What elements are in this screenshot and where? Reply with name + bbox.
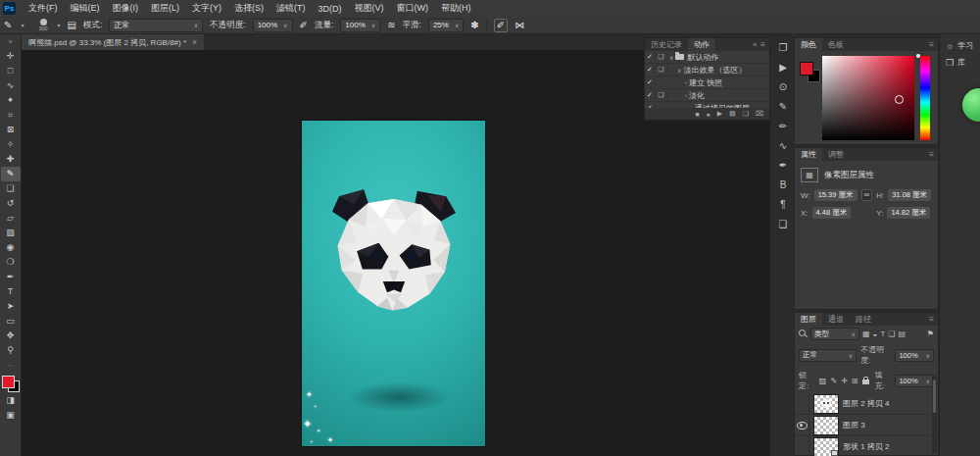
toggle-item-icon[interactable]: ✓ — [645, 66, 656, 74]
brush-settings-icon[interactable]: ✎ — [774, 99, 792, 113]
saturation-brightness-field[interactable] — [822, 56, 914, 140]
lock-paint-icon[interactable]: ✎ — [830, 377, 837, 385]
expand-icon[interactable]: ∨ — [669, 54, 673, 61]
layer-thumbnail[interactable] — [814, 395, 838, 413]
tool-presets-icon[interactable]: ✏ — [774, 119, 792, 132]
filter-pixel-icon[interactable]: ▦ — [862, 329, 870, 338]
visibility-toggle[interactable] — [795, 436, 809, 456]
menu-select[interactable]: 选择(S) — [234, 2, 264, 15]
color-swatches[interactable] — [2, 376, 20, 392]
width-field[interactable]: 15.39 厘米 — [814, 189, 858, 201]
libraries-panel-item[interactable]: ❒ 库 — [940, 51, 980, 68]
menu-type[interactable]: 文字(Y) — [192, 2, 221, 15]
visibility-toggle[interactable] — [795, 415, 809, 435]
toggle-item-icon[interactable]: ✓ — [645, 53, 656, 61]
lock-transparency-icon[interactable]: ▨ — [819, 377, 827, 385]
play-button[interactable]: ▶ — [717, 110, 722, 118]
paths-icon[interactable]: ∿ — [774, 138, 792, 152]
panel-menu-icon[interactable]: ≡ — [929, 40, 934, 49]
layer-row[interactable]: 图层 2 拷贝 4 — [795, 393, 938, 415]
history-brush-tool[interactable]: ↺ — [1, 196, 21, 211]
y-field[interactable]: 14.82 厘米 — [887, 207, 930, 219]
tab-paths[interactable]: 路径 — [850, 313, 877, 326]
brush-preset-caret-icon[interactable]: ▾ — [21, 22, 24, 28]
menu-view[interactable]: 视图(V) — [355, 2, 384, 15]
paragraph-panel-icon[interactable]: ¶ — [774, 197, 792, 211]
airbrush-icon[interactable]: ≋ — [387, 21, 395, 30]
layer-blend-mode-select[interactable]: 正常∨ — [799, 349, 857, 362]
foreground-color-swatch[interactable] — [2, 376, 15, 388]
expand-icon[interactable]: › — [685, 79, 687, 85]
height-field[interactable]: 31.08 厘米 — [888, 189, 931, 201]
character-panel-icon[interactable]: B — [774, 177, 792, 191]
menu-filter[interactable]: 滤镜(T) — [276, 2, 306, 15]
panel-menu-icon[interactable]: ≡ — [929, 150, 934, 159]
action-row[interactable]: ✓ ❏ ∨ 默认动作 — [645, 51, 769, 64]
dialog-toggle-icon[interactable]: ❏ — [656, 53, 667, 61]
filter-adjustment-icon[interactable]: ◒ — [873, 329, 878, 338]
move-tool[interactable]: ✛ — [1, 49, 21, 64]
x-field[interactable]: 4.48 厘米 — [812, 207, 852, 219]
type-tool[interactable]: T — [1, 284, 21, 299]
edit-toolbar-icon[interactable]: ⋯ — [1, 358, 21, 373]
zoom-tool[interactable]: ⚲ — [1, 343, 21, 358]
panel-color-swatches[interactable] — [800, 62, 821, 83]
timeline-icon[interactable]: ❑ — [774, 217, 792, 230]
tab-actions[interactable]: 动作 — [688, 38, 715, 51]
filter-smart-object-icon[interactable]: ▤ — [898, 329, 906, 338]
close-document-icon[interactable]: × — [192, 37, 197, 47]
hand-tool[interactable]: ✥ — [1, 329, 21, 343]
collapse-panel-icon[interactable]: « — [753, 40, 757, 49]
pressure-opacity-icon[interactable]: ✐ — [300, 21, 308, 30]
toggle-item-icon[interactable]: ✓ — [645, 91, 656, 99]
blur-tool[interactable]: ◉ — [1, 240, 21, 255]
layer-thumbnail[interactable] — [814, 417, 838, 434]
action-row[interactable]: ✓ ❏ ∨ 淡出效果（选区） — [645, 64, 769, 76]
lock-artboard-icon[interactable]: ⊞ — [852, 377, 858, 385]
quick-mask-icon[interactable]: ◨ — [1, 393, 21, 408]
path-selection-tool[interactable]: ➤ — [1, 299, 21, 314]
eyedropper-tool[interactable]: ✧ — [1, 137, 21, 152]
action-row[interactable]: ✓ › 建立 快照 — [645, 76, 769, 89]
pen-pressure-size-icon[interactable]: ✐ — [494, 19, 508, 32]
pen-tool[interactable]: ✒ — [1, 270, 21, 284]
layer-fill-select[interactable]: 100%∨ — [895, 375, 934, 387]
tab-adjustments[interactable]: 调整 — [822, 148, 850, 161]
frame-tool[interactable]: ⊠ — [1, 123, 21, 137]
document-canvas[interactable]: ✦ ✦ ✦ ✦ ✦ ✦ — [302, 121, 485, 446]
layer-row[interactable]: 图层 3 — [795, 415, 938, 436]
healing-brush-tool[interactable]: ✚ — [1, 152, 21, 167]
smoothing-gear-icon[interactable]: ✽ — [470, 21, 478, 30]
layer-opacity-select[interactable]: 100%∨ — [895, 349, 934, 362]
learn-panel-item[interactable]: ☼ 学习 — [940, 34, 980, 51]
menu-help[interactable]: 帮助(H) — [441, 2, 471, 15]
toggle-item-icon[interactable]: ✓ — [645, 78, 656, 86]
filter-kind-select[interactable]: 类型∨ — [810, 328, 859, 340]
menu-edit[interactable]: 编辑(E) — [71, 2, 100, 15]
actions-icon[interactable]: ▶ — [774, 60, 792, 74]
expand-icon[interactable]: › — [685, 92, 687, 98]
lock-position-icon[interactable]: ✛ — [841, 377, 848, 385]
quick-selection-tool[interactable]: ✦ — [1, 93, 21, 108]
dodge-tool[interactable]: ❍ — [1, 255, 21, 270]
glyphs-icon[interactable]: ✒ — [774, 158, 792, 172]
visibility-toggle[interactable] — [795, 393, 809, 414]
collapse-toolbar-icon[interactable]: » — [1, 34, 21, 49]
opacity-select[interactable]: 100%∨ — [253, 19, 293, 32]
document-tab[interactable]: 啊熊猫.psd @ 33.3% (图层 2 拷贝, RGB/8#) * × — [22, 34, 204, 50]
lock-all-icon[interactable] — [862, 380, 869, 384]
dialog-toggle-icon[interactable]: ❏ — [656, 91, 667, 99]
link-dimensions-icon[interactable]: ∞ — [861, 189, 873, 201]
hue-slider[interactable] — [920, 56, 930, 140]
blend-mode-select[interactable]: 正常∨ — [109, 19, 203, 32]
eraser-tool[interactable]: ▱ — [1, 211, 21, 226]
layers-scrollbar[interactable] — [932, 376, 937, 454]
shape-tool[interactable]: ▭ — [1, 314, 21, 329]
action-row[interactable]: ✓ ❏ › 淡化 — [645, 89, 769, 102]
history-icon[interactable]: ⊙ — [774, 79, 792, 93]
menu-file[interactable]: 文件(F) — [28, 2, 58, 15]
menu-layer[interactable]: 图层(L) — [151, 2, 179, 15]
paint-symmetry-icon[interactable]: ⋈ — [514, 21, 524, 30]
tab-history[interactable]: 历史记录 — [645, 38, 688, 51]
gradient-tool[interactable]: ▨ — [1, 226, 21, 240]
